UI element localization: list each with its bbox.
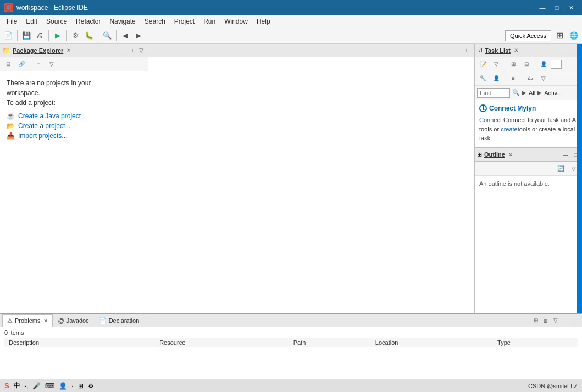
taskbar-chinese-icon: 中 [14,381,20,390]
outline-minimize-btn[interactable]: — [561,150,570,159]
task-list-btn[interactable]: ≡ [507,73,519,85]
title-bar-left: workspace - Eclipse IDE [4,3,88,12]
package-explorer-controls: — □ ▽ [117,46,146,55]
outline-section: ⊞ Outline ✕ — □ 🔄 ▽ An outline is not av… [475,148,582,313]
task-list-toolbar1: 📝 ▽ ⊞ ⊟ 👤 [475,57,582,71]
editor-maximize-btn[interactable]: □ [463,46,472,55]
problems-menu-btn[interactable]: ▽ [551,316,560,325]
problems-icon: ⚠ [7,317,13,324]
menu-search[interactable]: Search [140,16,170,26]
task-person-btn[interactable]: 👤 [490,73,502,85]
taskbar-dot1: ·, [25,382,29,390]
editor-minimize-btn[interactable]: — [453,46,462,55]
task-btn3[interactable]: ⊞ [507,58,519,70]
bottom-tab-controls: ⊞ 🗑 ▽ — □ [531,316,580,325]
outline-close[interactable]: ✕ [508,152,513,158]
right-scrollbar[interactable] [577,44,582,313]
run-button[interactable]: ▶ [52,30,64,42]
javadoc-tab[interactable]: @ Javadoc [53,314,93,327]
outline-content: An outline is not available. [475,176,582,191]
import-projects-link[interactable]: 📥 Import projects... [7,132,141,140]
menu-project[interactable]: Project [170,16,199,26]
sep3 [505,74,505,83]
svg-point-1 [7,5,10,10]
task-list-toolbar2: 🔧 👤 ≡ 🗂 ▽ [475,71,582,86]
package-explorer-content: There are no projects in your workspace.… [0,71,148,313]
view-menu-btn[interactable]: ≡ [32,58,45,70]
package-explorer-icon: 📁 [2,47,10,54]
search-toolbar-button[interactable]: 🔍 [101,30,113,42]
close-button[interactable]: ✕ [564,2,578,13]
view-options-btn[interactable]: ▽ [46,58,58,70]
menu-source[interactable]: Source [42,16,71,26]
java-project-icon: ☕ [7,112,15,120]
task-search-input[interactable] [551,60,562,69]
task-minimize-btn[interactable]: — [561,46,570,55]
all-filter[interactable]: All [529,90,535,96]
collapse-all-btn[interactable]: ⊟ [2,58,14,70]
editor-content[interactable] [148,57,474,313]
link-with-editor-btn[interactable]: 🔗 [15,58,27,70]
task-tools-btn[interactable]: 🔧 [477,73,489,85]
new-button[interactable]: 📄 [2,30,14,42]
menu-bar: File Edit Source Refactor Navigate Searc… [0,15,582,27]
problems-filter-btn[interactable]: ⊞ [531,316,540,325]
problems-delete-btn[interactable]: 🗑 [541,316,550,325]
declaration-tab[interactable]: 📄 Declaration [94,314,145,327]
taskbar-mic-icon: 🎤 [32,382,41,390]
mylyn-section: ℹ Connect Mylyn Connect Connect to your … [475,100,582,148]
menu-help[interactable]: Help [252,16,275,26]
minimize-button[interactable]: — [536,2,549,13]
toolbar-right: Quick Access ⊞ 🌐 [505,30,580,42]
task-btn4[interactable]: ⊟ [520,58,533,70]
task-db-btn[interactable]: 🗂 [524,73,536,85]
task-btn5[interactable]: 👤 [537,58,550,70]
package-explorer-title: Package Explorer [13,47,63,54]
panel-minimize-btn[interactable]: — [117,46,126,55]
forward-button[interactable]: ▶ [132,30,145,42]
outline-sync-btn[interactable]: 🔄 [555,162,567,174]
print-button[interactable]: 🖨 [34,30,46,42]
new-task-btn[interactable]: 📝 [477,58,489,70]
active-filter[interactable]: Activ... [544,90,562,96]
menu-refactor[interactable]: Refactor [71,16,105,26]
outline-title: Outline [484,151,505,158]
no-projects-message: There are no projects in your workspace.… [7,78,141,108]
build-button[interactable]: ⚙ [70,30,82,42]
create-java-project-link[interactable]: ☕ Create a Java project [7,112,141,120]
task-list-title: Task List [485,47,511,54]
create-project-link[interactable]: 📂 Create a project... [7,122,141,130]
menu-run[interactable]: Run [199,16,220,26]
task-viewmenu-btn[interactable]: ▽ [537,73,550,85]
open-perspective-button[interactable]: 🌐 [568,30,580,42]
problems-tab-close[interactable]: ✕ [43,318,48,324]
task-btn2[interactable]: ▽ [490,58,502,70]
maximize-button[interactable]: □ [550,2,563,13]
menu-window[interactable]: Window [220,16,252,26]
perspectives-button[interactable]: ⊞ [553,30,566,42]
editor-header: — □ [148,44,474,57]
project-icon: 📂 [7,122,15,130]
problems-minimize-btn[interactable]: — [561,316,570,325]
debug-button[interactable]: 🐛 [83,30,95,42]
package-explorer-close[interactable]: ✕ [66,47,71,53]
menu-navigate[interactable]: Navigate [105,16,140,26]
menu-file[interactable]: File [2,16,21,26]
sep4 [522,74,522,83]
problems-tab[interactable]: ⚠ Problems ✕ [2,314,53,327]
mylyn-connect-link[interactable]: Connect [479,117,502,123]
save-button[interactable]: 💾 [20,30,32,42]
taskbar-ime-icon: S [4,382,9,390]
panel-viewmenu-btn[interactable]: ▽ [137,46,146,55]
problems-maximize-btn[interactable]: □ [571,316,580,325]
panel-maximize-btn[interactable]: □ [127,46,136,55]
window-controls: — □ ✕ [536,2,578,13]
find-input[interactable] [477,88,510,98]
bottom-tabs: ⚠ Problems ✕ @ Javadoc 📄 Declaration ⊞ 🗑… [0,314,582,327]
task-list-section: ☑ Task List ✕ — □ 📝 ▽ ⊞ ⊟ 👤 [475,44,582,148]
quick-access-button[interactable]: Quick Access [505,30,551,41]
mylyn-create-link[interactable]: create [501,126,518,132]
task-list-close[interactable]: ✕ [514,47,518,53]
back-button[interactable]: ◀ [119,30,131,42]
menu-edit[interactable]: Edit [21,16,42,26]
